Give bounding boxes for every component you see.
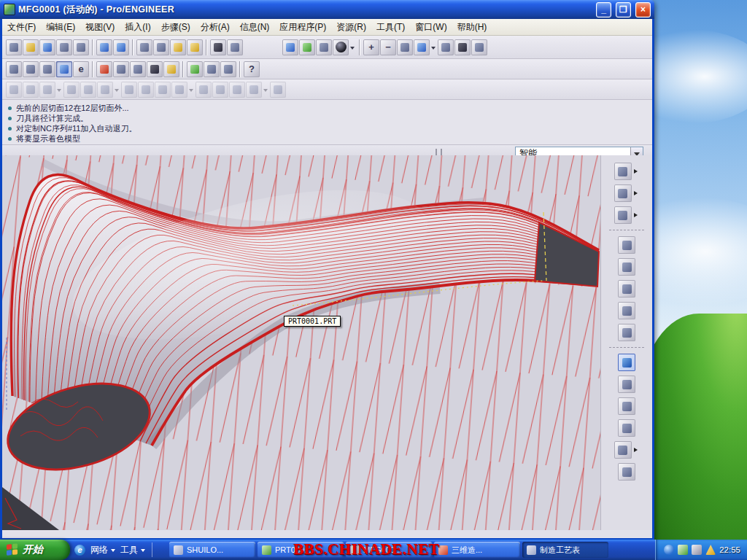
open-file-icon[interactable] [23, 39, 39, 55]
sketcher-display-icon[interactable] [282, 39, 298, 55]
save-icon[interactable] [39, 39, 55, 55]
update-shield-icon[interactable] [705, 545, 716, 555]
revolve-icon[interactable] [618, 258, 635, 276]
datum-point-icon[interactable] [614, 441, 632, 459]
datum-axis-icon[interactable] [130, 61, 146, 77]
annotations-icon[interactable] [438, 39, 454, 55]
flyout-arrow-icon[interactable] [634, 448, 640, 452]
flyout-arrow-icon[interactable] [634, 191, 640, 195]
zoom-in-icon[interactable]: + [363, 39, 379, 55]
start-button[interactable]: 开始 [0, 540, 70, 560]
ie-browser-icon[interactable]: e [74, 545, 85, 556]
spin-center-icon[interactable] [316, 39, 332, 55]
network-icon[interactable] [664, 545, 674, 555]
maximize-button[interactable]: ❒ [616, 2, 631, 18]
copy-geometry-icon[interactable] [614, 163, 632, 180]
menu-resources[interactable]: 资源(R) [331, 19, 371, 36]
nc-dropdown-icon[interactable] [189, 89, 193, 94]
volume-icon[interactable] [692, 545, 702, 555]
find-icon[interactable] [210, 39, 226, 55]
roughing-icon[interactable] [246, 82, 262, 98]
graphics-canvas[interactable]: PRT0001.PRT [2, 155, 600, 530]
antivirus-icon[interactable] [678, 545, 688, 555]
round-icon[interactable] [618, 324, 635, 341]
web-browser-icon[interactable]: e [73, 61, 89, 77]
sketch-tool-icon[interactable] [96, 61, 112, 77]
publish-geometry-icon[interactable] [614, 184, 632, 202]
copy-icon[interactable] [153, 39, 169, 55]
csys-icon[interactable] [618, 463, 635, 481]
trajectory-milling-icon[interactable] [212, 82, 228, 98]
local-mill-icon[interactable] [80, 82, 96, 98]
curve-icon[interactable] [618, 419, 635, 437]
surface-mill-icon[interactable] [97, 82, 113, 98]
copy-window-icon[interactable] [23, 61, 39, 77]
layers-icon[interactable] [454, 39, 471, 55]
datum-point-icon[interactable] [147, 61, 163, 77]
sketch-plane-icon[interactable] [618, 376, 635, 393]
active-window-icon[interactable] [56, 61, 72, 77]
import-feature-icon[interactable] [187, 61, 203, 77]
datum-csys-icon[interactable] [163, 61, 179, 77]
shaded-render-icon[interactable] [333, 39, 349, 55]
tools-toolbar[interactable]: 工具 [120, 544, 145, 556]
taskbar-button-3d[interactable]: 三维造... [434, 542, 520, 558]
menu-steps[interactable]: 步骤(S) [156, 19, 196, 36]
menu-file[interactable]: 文件(F) [2, 19, 41, 36]
nc-dropdown-icon[interactable] [263, 89, 268, 94]
reroute-icon[interactable] [270, 82, 286, 98]
holemaking-icon[interactable] [171, 82, 187, 98]
mill-surface-icon[interactable] [618, 354, 635, 371]
titlebar[interactable]: MFG0001 (活动的) - Pro/ENGINEER _ ❒ × [0, 0, 654, 19]
menu-applications[interactable]: 应用程序(P) [274, 19, 331, 36]
minimize-button[interactable]: _ [596, 2, 611, 18]
select-region-icon[interactable] [227, 39, 243, 55]
render-dropdown-icon[interactable] [350, 47, 355, 52]
print-icon[interactable] [56, 39, 72, 55]
model-copy-icon[interactable] [73, 39, 89, 55]
engraving-icon[interactable] [155, 82, 171, 98]
mill-window-icon[interactable] [204, 61, 220, 77]
taskbar-button-process-table[interactable]: 制造工艺表 [522, 542, 608, 558]
new-file-icon[interactable] [6, 39, 22, 55]
menu-window[interactable]: 窗口(W) [410, 19, 452, 36]
datum-axis-icon[interactable] [618, 397, 635, 415]
clock[interactable]: 22:55 [719, 545, 740, 554]
model-view[interactable] [2, 155, 600, 530]
extrude-icon[interactable] [618, 236, 635, 254]
view-manager-icon[interactable] [471, 39, 487, 55]
redo-icon[interactable] [113, 39, 129, 55]
sweep-icon[interactable] [618, 280, 635, 298]
flyout-arrow-icon[interactable] [634, 169, 640, 174]
datum-plane-icon[interactable] [113, 61, 129, 77]
paste-icon[interactable] [170, 39, 186, 55]
datum-display-icon[interactable] [299, 39, 315, 55]
close-window-icon[interactable] [39, 61, 55, 77]
context-help-icon[interactable]: ? [244, 61, 260, 77]
new-window-icon[interactable] [6, 61, 22, 77]
taskbar-button-shuilo[interactable]: SHUILO... [169, 542, 255, 558]
hole-icon[interactable] [618, 302, 635, 319]
menu-tools[interactable]: 工具(T) [371, 19, 410, 36]
cut-icon[interactable] [136, 39, 152, 55]
nc-dropdown-icon[interactable] [57, 89, 61, 94]
zoom-fit-icon[interactable] [397, 39, 413, 55]
flyout-arrow-icon[interactable] [634, 213, 640, 217]
menu-insert[interactable]: 插入(I) [120, 19, 155, 36]
undo-icon[interactable] [96, 39, 112, 55]
zoom-out-icon[interactable]: − [380, 39, 396, 55]
plunge-milling-icon[interactable] [229, 82, 245, 98]
face-milling-icon[interactable] [121, 82, 137, 98]
retract-plane-icon[interactable] [6, 82, 22, 98]
menu-view[interactable]: 视图(V) [80, 19, 120, 36]
menu-analysis[interactable]: 分析(A) [196, 19, 235, 36]
cut-line-icon[interactable] [23, 82, 39, 98]
mill-surface-icon[interactable] [220, 61, 236, 77]
volume-rough-icon[interactable] [63, 82, 80, 98]
pocketing-icon[interactable] [138, 82, 154, 98]
network-toolbar[interactable]: 网络 [90, 544, 115, 556]
nc-dropdown-icon[interactable] [115, 89, 119, 94]
saved-views-dropdown-icon[interactable] [431, 47, 436, 52]
menu-help[interactable]: 帮助(H) [452, 19, 492, 36]
close-button[interactable]: × [635, 2, 651, 18]
